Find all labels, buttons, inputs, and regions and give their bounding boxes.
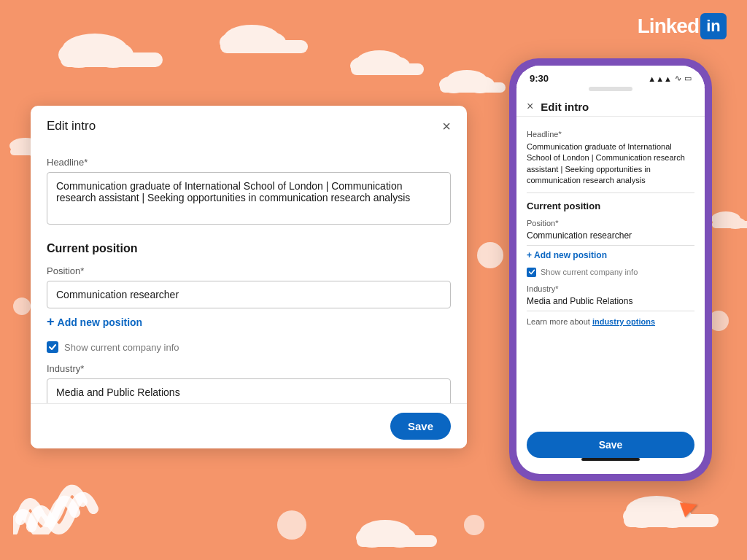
- svg-point-6: [251, 31, 286, 53]
- wifi-icon: ∿: [675, 74, 681, 83]
- svg-point-18: [13, 298, 31, 315]
- modal-title: Edit intro: [47, 119, 96, 133]
- position-label: Position*: [47, 265, 451, 276]
- svg-rect-15: [440, 82, 506, 93]
- svg-point-10: [378, 56, 410, 75]
- modal-footer: Save: [31, 403, 467, 448]
- headline-label: Headline*: [47, 157, 451, 168]
- phone-checkbox-label: Show current company info: [541, 268, 638, 276]
- phone-plus-icon: +: [527, 250, 532, 260]
- phone-position-label: Position*: [527, 219, 694, 228]
- add-position-button[interactable]: + Add new position: [47, 308, 142, 335]
- edit-intro-modal: Edit intro × Headline* Communication gra…: [31, 106, 467, 448]
- phone-add-position-label: Add new position: [534, 250, 607, 260]
- phone-container: 9:30 ▲▲▲ ∿ ▭ × Edit intro Headline* Comm…: [509, 58, 712, 481]
- svg-point-2: [93, 42, 133, 68]
- phone-icons: ▲▲▲ ∿ ▭: [648, 74, 692, 83]
- checkbox-label: Show current company info: [64, 342, 179, 353]
- current-position-title: Current position: [47, 242, 451, 255]
- phone-learn-more-text: Learn more about: [527, 317, 592, 326]
- svg-rect-34: [712, 221, 747, 228]
- svg-point-22: [623, 505, 661, 528]
- modal-body: Headline* Communication graduate of Inte…: [31, 142, 467, 448]
- phone-modal-close-button[interactable]: ×: [527, 100, 533, 113]
- phone-time: 9:30: [530, 73, 549, 84]
- svg-point-8: [356, 50, 403, 74]
- phone-home-bar: [581, 458, 640, 461]
- svg-point-33: [725, 217, 746, 229]
- svg-rect-7: [220, 40, 308, 53]
- phone-current-position-title: Current position: [527, 201, 694, 211]
- phone-headline-label: Headline*: [527, 130, 694, 139]
- linkedin-logo-text: Linked: [638, 15, 699, 38]
- svg-point-23: [654, 505, 692, 528]
- phone-add-position-button[interactable]: + Add new position: [527, 246, 607, 265]
- phone-learn-more-row: Learn more about industry options: [527, 317, 694, 326]
- phone-headline-value: Communication graduate of International …: [527, 141, 694, 193]
- phone-industry-value: Media and Public Relations: [527, 296, 694, 311]
- headline-input[interactable]: Communication graduate of International …: [47, 172, 451, 225]
- svg-rect-24: [624, 514, 719, 527]
- position-input[interactable]: [47, 281, 451, 308]
- modal-header: Edit intro ×: [31, 106, 467, 142]
- svg-point-19: [277, 510, 306, 540]
- industry-input[interactable]: [47, 378, 451, 406]
- phone-frame: 9:30 ▲▲▲ ∿ ▭ × Edit intro Headline* Comm…: [509, 58, 712, 481]
- plus-icon: +: [47, 314, 55, 330]
- modal-close-button[interactable]: ×: [442, 119, 451, 133]
- phone-industry-label: Industry*: [527, 284, 694, 293]
- checkbox-row: Show current company info: [47, 341, 451, 353]
- save-button[interactable]: Save: [390, 413, 451, 440]
- svg-rect-11: [351, 63, 424, 75]
- phone-notch: [589, 87, 632, 91]
- phone-modal-body: Headline* Communication graduate of Inte…: [516, 117, 705, 426]
- phone-modal-title: Edit intro: [541, 101, 589, 113]
- svg-point-16: [477, 242, 503, 268]
- wave-decoration: [13, 476, 101, 534]
- svg-point-20: [464, 515, 484, 535]
- svg-point-4: [224, 25, 279, 51]
- phone-modal-header: × Edit intro: [516, 94, 705, 117]
- phone-position-value: Communication researcher: [527, 230, 694, 246]
- industry-label: Industry*: [47, 363, 451, 374]
- phone-industry-options-link[interactable]: industry options: [592, 317, 655, 326]
- svg-point-14: [465, 76, 495, 93]
- svg-point-21: [626, 496, 687, 525]
- battery-icon: ▭: [684, 74, 692, 83]
- svg-point-9: [350, 56, 382, 75]
- svg-point-27: [384, 527, 416, 548]
- add-position-label: Add new position: [58, 316, 143, 328]
- svg-rect-3: [61, 52, 163, 67]
- svg-point-5: [220, 31, 255, 53]
- phone-status-bar: 9:30 ▲▲▲ ∿ ▭: [516, 66, 705, 87]
- svg-point-32: [711, 211, 740, 226]
- svg-rect-28: [357, 535, 437, 547]
- cursor-arrow: ▶: [678, 491, 701, 520]
- phone-screen: 9:30 ▲▲▲ ∿ ▭ × Edit intro Headline* Comm…: [516, 66, 705, 474]
- svg-point-25: [360, 520, 411, 545]
- checkbox-show-company[interactable]: [47, 341, 58, 353]
- svg-point-0: [62, 34, 128, 66]
- svg-point-12: [446, 70, 487, 90]
- phone-footer: Save: [516, 426, 705, 474]
- svg-point-1: [58, 42, 99, 68]
- phone-checkbox-row: Show current company info: [527, 268, 694, 277]
- svg-point-13: [439, 76, 468, 93]
- phone-save-button[interactable]: Save: [527, 432, 694, 458]
- svg-point-26: [356, 527, 388, 548]
- phone-checkbox[interactable]: [527, 268, 536, 277]
- linkedin-logo: Linked in: [638, 13, 727, 39]
- signal-icon: ▲▲▲: [648, 74, 672, 83]
- linkedin-logo-box: in: [700, 13, 727, 39]
